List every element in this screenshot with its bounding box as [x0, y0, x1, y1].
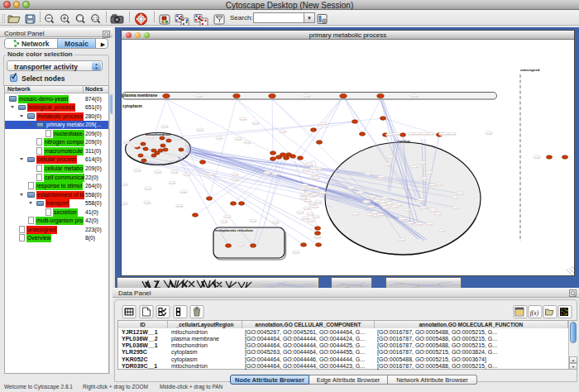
svg-text:(Yxx-m): (Yxx-m): [420, 207, 427, 208]
svg-text:(Yxx-m): (Yxx-m): [244, 141, 251, 143]
svg-text:(Yxx-m): (Yxx-m): [299, 188, 306, 189]
svg-text:(Yxx-m): (Yxx-m): [457, 193, 463, 194]
svg-text:(Yxx-m): (Yxx-m): [386, 203, 393, 204]
svg-text:(Yxx-m): (Yxx-m): [144, 202, 151, 203]
svg-text:(Yxx-m): (Yxx-m): [356, 192, 363, 194]
svg-text:(Yxx-m): (Yxx-m): [429, 184, 436, 186]
svg-text:endoplasmic reticulum: endoplasmic reticulum: [215, 228, 253, 232]
svg-text:(Yxx-m): (Yxx-m): [132, 145, 139, 146]
svg-text:(Yxx-m): (Yxx-m): [304, 208, 310, 209]
svg-text:(Yxx-m): (Yxx-m): [252, 122, 259, 124]
svg-text:(Yxx-m): (Yxx-m): [272, 173, 279, 174]
svg-text:(Yxx-m): (Yxx-m): [430, 210, 437, 212]
svg-text:f(x): f(x): [530, 309, 539, 317]
svg-text:(Yxx-m): (Yxx-m): [384, 164, 390, 165]
svg-text:(Yxx-m): (Yxx-m): [197, 129, 203, 131]
svg-text:(Yxx-m): (Yxx-m): [306, 164, 313, 165]
svg-text:(Yxx-m): (Yxx-m): [443, 133, 449, 135]
svg-text:(Yxx-m): (Yxx-m): [438, 230, 445, 232]
svg-text:(Yxx-m): (Yxx-m): [391, 206, 398, 208]
svg-text:(Yxx-m): (Yxx-m): [232, 174, 238, 175]
svg-text:(Yxx-m): (Yxx-m): [235, 138, 242, 140]
svg-text:(Yxx-m): (Yxx-m): [312, 206, 318, 208]
svg-text:unassigned: unassigned: [520, 68, 540, 72]
svg-text:(Yxx-m): (Yxx-m): [371, 212, 378, 213]
svg-text:(Yxx-m): (Yxx-m): [378, 176, 385, 178]
svg-text:(Yxx-m): (Yxx-m): [272, 222, 279, 223]
svg-text:(Yxx-m): (Yxx-m): [240, 118, 246, 120]
svg-text:(Yxx-m): (Yxx-m): [418, 199, 424, 201]
svg-text:(Yxx-m): (Yxx-m): [434, 213, 441, 215]
svg-text:(Yxx-m): (Yxx-m): [452, 207, 459, 208]
svg-text:(Yxx-m): (Yxx-m): [386, 134, 393, 136]
svg-text:(Yxx-m): (Yxx-m): [171, 171, 178, 173]
svg-text:(Yxx-m): (Yxx-m): [167, 159, 174, 160]
svg-text:(Yxx-m): (Yxx-m): [312, 174, 318, 175]
svg-text:(Yxx-m): (Yxx-m): [319, 192, 326, 194]
svg-text:(Yxx-m): (Yxx-m): [147, 136, 154, 138]
svg-text:(Yxx-m): (Yxx-m): [250, 220, 256, 222]
svg-text:cytoplasm: cytoplasm: [122, 104, 142, 108]
svg-text:(Yxx-m): (Yxx-m): [393, 133, 400, 135]
svg-text:(Yxx-m): (Yxx-m): [313, 177, 319, 179]
svg-text:1:1: 1:1: [93, 16, 98, 20]
svg-text:(Yxx-m): (Yxx-m): [426, 223, 433, 225]
svg-text:(Yxx-m): (Yxx-m): [408, 133, 414, 135]
svg-text:(Yxx-m): (Yxx-m): [221, 221, 227, 222]
svg-text:(Yxx-m): (Yxx-m): [122, 184, 127, 185]
svg-text:(Yxx-m): (Yxx-m): [407, 222, 414, 224]
svg-text:(Yxx-m): (Yxx-m): [155, 171, 161, 173]
svg-text:(Yxx-m): (Yxx-m): [452, 197, 458, 198]
svg-text:(Yxx-m): (Yxx-m): [123, 141, 130, 143]
svg-text:(Yxx-m): (Yxx-m): [368, 206, 375, 208]
svg-text:(Yxx-m): (Yxx-m): [534, 156, 540, 158]
svg-text:(Yxx-m): (Yxx-m): [216, 137, 223, 139]
svg-text:(Yxx-m): (Yxx-m): [404, 209, 410, 211]
svg-text:(Yxx-m): (Yxx-m): [352, 213, 359, 215]
svg-text:(Yxx-m): (Yxx-m): [377, 214, 384, 216]
svg-text:(Yxx-m): (Yxx-m): [381, 198, 388, 199]
svg-text:(Yxx-m): (Yxx-m): [307, 187, 313, 189]
svg-text:(Yxx-m): (Yxx-m): [145, 188, 151, 189]
svg-text:(Yxx-m): (Yxx-m): [411, 166, 418, 168]
svg-text:(Yxx-m): (Yxx-m): [348, 187, 355, 189]
svg-text:(Yxx-m): (Yxx-m): [304, 95, 310, 97]
svg-text:(Yxx-m): (Yxx-m): [308, 220, 314, 222]
svg-text:(Yxx-m): (Yxx-m): [280, 131, 286, 132]
svg-text:(Yxx-m): (Yxx-m): [411, 95, 418, 97]
svg-text:(Yxx-m): (Yxx-m): [232, 179, 238, 180]
svg-text:(Yxx-m): (Yxx-m): [301, 184, 308, 186]
svg-text:(Yxx-m): (Yxx-m): [486, 132, 492, 134]
svg-text:(Yxx-m): (Yxx-m): [426, 172, 433, 174]
svg-text:(Yxx-m): (Yxx-m): [399, 218, 405, 220]
svg-text:(Yxx-m): (Yxx-m): [369, 196, 376, 198]
svg-text:(Yxx-m): (Yxx-m): [366, 214, 373, 216]
svg-text:(Yxx-m): (Yxx-m): [387, 156, 394, 158]
svg-text:(Yxx-m): (Yxx-m): [176, 205, 183, 207]
svg-text:(Yxx-m): (Yxx-m): [224, 216, 231, 218]
svg-text:(Yxx-m): (Yxx-m): [307, 213, 313, 215]
svg-text:(Yxx-m): (Yxx-m): [436, 184, 443, 185]
svg-text:(Yxx-m): (Yxx-m): [303, 170, 309, 171]
svg-text:(Yxx-m): (Yxx-m): [416, 223, 423, 225]
svg-text:(Yxx-m): (Yxx-m): [314, 237, 321, 238]
svg-text:(Yxx-m): (Yxx-m): [303, 194, 309, 195]
svg-text:(Yxx-m): (Yxx-m): [399, 239, 405, 241]
svg-text:(Yxx-m): (Yxx-m): [380, 201, 386, 203]
svg-text:(Yxx-m): (Yxx-m): [304, 200, 311, 202]
svg-text:(Yxx-m): (Yxx-m): [169, 182, 175, 184]
svg-text:(Yxx-m): (Yxx-m): [293, 251, 299, 253]
svg-text:(Yxx-m): (Yxx-m): [421, 133, 428, 135]
svg-text:plasma membrane: plasma membrane: [122, 93, 157, 98]
svg-text:(Yxx-m): (Yxx-m): [365, 173, 371, 174]
svg-text:(Yxx-m): (Yxx-m): [315, 201, 322, 203]
svg-text:(Yxx-m): (Yxx-m): [300, 198, 307, 199]
svg-text:(Yxx-m): (Yxx-m): [184, 174, 190, 175]
svg-text:(Yxx-m): (Yxx-m): [207, 174, 213, 175]
svg-text:(Yxx-m): (Yxx-m): [449, 133, 456, 135]
svg-text:(Yxx-m): (Yxx-m): [302, 218, 309, 219]
svg-text:(Yxx-m): (Yxx-m): [134, 170, 141, 171]
svg-text:(Yxx-m): (Yxx-m): [313, 216, 319, 218]
svg-text:(Yxx-m): (Yxx-m): [237, 244, 244, 246]
svg-text:(Yxx-m): (Yxx-m): [264, 172, 270, 174]
